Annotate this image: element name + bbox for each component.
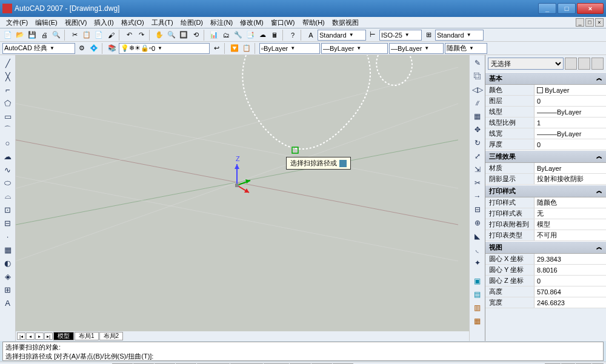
plotstyle-value[interactable]: 随颜色: [534, 197, 606, 208]
redo-icon[interactable]: ↷: [136, 30, 147, 41]
gradient-icon[interactable]: ◐: [2, 257, 14, 269]
tab-last[interactable]: ▸|: [44, 333, 53, 340]
trim-icon[interactable]: ✂: [471, 177, 484, 189]
move-icon[interactable]: ✥: [471, 124, 484, 136]
layer-value[interactable]: 0: [534, 96, 606, 106]
close-button[interactable]: ×: [577, 3, 604, 14]
mirror-icon[interactable]: ◁▷: [471, 84, 484, 96]
height-value[interactable]: 570.864: [534, 286, 606, 297]
region-icon[interactable]: ◈: [2, 270, 14, 282]
menu-tools[interactable]: 工具(T): [148, 18, 177, 27]
menu-insert[interactable]: 插入(I): [90, 18, 117, 27]
workspace-select[interactable]: AutoCAD 经典▼: [2, 43, 75, 54]
menu-draw[interactable]: 绘图(D): [177, 18, 207, 27]
zoom-icon[interactable]: 🔍: [166, 30, 177, 41]
layer-mgr-icon[interactable]: 📚: [107, 43, 118, 54]
lineweight-value[interactable]: ——— ByLayer: [534, 128, 606, 139]
ws-save-icon[interactable]: 💠: [88, 43, 99, 54]
props-icon[interactable]: 📊: [208, 30, 219, 41]
lineweight-select[interactable]: — ByLayer▼: [389, 43, 444, 54]
menu-format[interactable]: 格式(O): [118, 18, 148, 27]
copy-icon[interactable]: 📋: [81, 30, 92, 41]
markup-icon[interactable]: ☁: [257, 30, 268, 41]
match-icon[interactable]: 🖌: [105, 30, 116, 41]
break-icon[interactable]: ⊟: [471, 204, 484, 216]
tablestyle-icon[interactable]: ⊞: [423, 30, 434, 41]
color-select[interactable]: ▫ ByLayer▼: [259, 43, 320, 54]
preview-icon[interactable]: 🔍: [51, 30, 62, 41]
cut-icon[interactable]: ✂: [69, 30, 80, 41]
offset-icon[interactable]: ⫽: [471, 97, 484, 109]
ssm-icon[interactable]: 📑: [245, 30, 256, 41]
line-icon[interactable]: ╱: [2, 57, 14, 69]
section-3dfx[interactable]: 三维效果︽: [485, 150, 606, 163]
array-icon[interactable]: ▦: [471, 110, 484, 122]
text-style-select[interactable]: Standard▼: [318, 30, 366, 41]
revcloud-icon[interactable]: ☁: [2, 150, 14, 162]
tab-prev[interactable]: ◂: [26, 333, 35, 340]
print-icon[interactable]: 🖨: [39, 30, 50, 41]
chamfer-icon[interactable]: ◣: [471, 230, 484, 242]
layer-state-icon[interactable]: 📋: [241, 43, 252, 54]
circle-icon[interactable]: ○: [2, 137, 14, 149]
dim-style-select[interactable]: ISO-25▼: [379, 30, 422, 41]
centerx-value[interactable]: 29.3843: [534, 254, 606, 264]
section-print[interactable]: 打印样式︽: [485, 185, 606, 197]
pline-icon[interactable]: ⌐: [2, 84, 14, 96]
xline-icon[interactable]: ╳: [2, 70, 14, 82]
quick-select-icon[interactable]: [565, 58, 577, 70]
pan-icon[interactable]: ✋: [154, 30, 165, 41]
calc-icon[interactable]: 🖩: [269, 30, 280, 41]
color-value[interactable]: ByLayer: [534, 85, 606, 95]
rotate-icon[interactable]: ↻: [471, 137, 484, 149]
hatch-icon[interactable]: ▦: [2, 243, 14, 256]
thickness-value[interactable]: 0: [534, 139, 606, 150]
table-style-select[interactable]: Standard▼: [435, 30, 484, 41]
plottype-value[interactable]: 不可用: [534, 230, 606, 240]
menu-help[interactable]: 帮助(H): [299, 18, 328, 27]
ellipse-icon[interactable]: ⬭: [2, 177, 14, 189]
block-icon[interactable]: ⊡: [2, 204, 14, 216]
fillet-icon[interactable]: ◟: [471, 243, 484, 256]
menu-file[interactable]: 文件(F): [2, 18, 32, 27]
width-value[interactable]: 246.6823: [534, 297, 606, 308]
explode-icon[interactable]: ✦: [471, 257, 484, 269]
tool2-icon[interactable]: ▤: [471, 288, 484, 300]
spline-icon[interactable]: ∿: [2, 164, 14, 176]
help-icon[interactable]: ?: [287, 30, 298, 41]
plottable-value[interactable]: 无: [534, 208, 606, 219]
scale-icon[interactable]: ⤢: [471, 150, 484, 162]
ws-settings-icon[interactable]: ⚙: [76, 43, 87, 54]
material-value[interactable]: ByLayer: [534, 163, 606, 173]
menu-edit[interactable]: 编辑(E): [32, 18, 61, 27]
layer-filter-icon[interactable]: 🔽: [229, 43, 240, 54]
plotstyle-select[interactable]: 随颜色▼: [445, 43, 487, 54]
point-icon[interactable]: ·: [2, 230, 14, 242]
menu-view[interactable]: 视图(V): [61, 18, 91, 27]
join-icon[interactable]: ⊕: [471, 217, 484, 229]
copy-icon[interactable]: ⿻: [471, 70, 484, 82]
shadow-value[interactable]: 投射和接收阴影: [534, 174, 606, 184]
tool-icon[interactable]: 🔧: [233, 30, 244, 41]
tool3-icon[interactable]: ▥: [471, 302, 484, 314]
open-icon[interactable]: 📂: [15, 30, 25, 41]
save-icon[interactable]: 💾: [27, 30, 38, 41]
dc-icon[interactable]: 🗂: [221, 30, 231, 41]
ltscale-value[interactable]: 1: [534, 117, 606, 128]
dimstyle-icon[interactable]: ⊢: [367, 30, 378, 41]
paste-icon[interactable]: 📄: [93, 30, 104, 41]
section-view[interactable]: 视图︽: [485, 241, 606, 254]
menu-window[interactable]: 窗口(W): [267, 18, 299, 27]
centerz-value[interactable]: 0: [534, 276, 606, 286]
doc-close[interactable]: ×: [595, 18, 604, 27]
table-icon[interactable]: ⊞: [2, 283, 14, 296]
doc-restore[interactable]: □: [585, 18, 594, 27]
makeblock-icon[interactable]: ⊟: [2, 217, 14, 229]
tab-first[interactable]: |◂: [17, 333, 25, 340]
stretch-icon[interactable]: ⇲: [471, 164, 484, 176]
command-line[interactable]: 选择要扫掠的对象: 选择扫掠路径或 [对齐(A)/基点(B)/比例(S)/扭曲(…: [2, 342, 604, 361]
toggle-pickadd-icon[interactable]: [591, 58, 604, 70]
tab-layout2[interactable]: 布局2: [99, 332, 124, 340]
mtext-icon[interactable]: A: [2, 297, 14, 309]
linetype-value[interactable]: ——— ByLayer: [534, 107, 606, 117]
